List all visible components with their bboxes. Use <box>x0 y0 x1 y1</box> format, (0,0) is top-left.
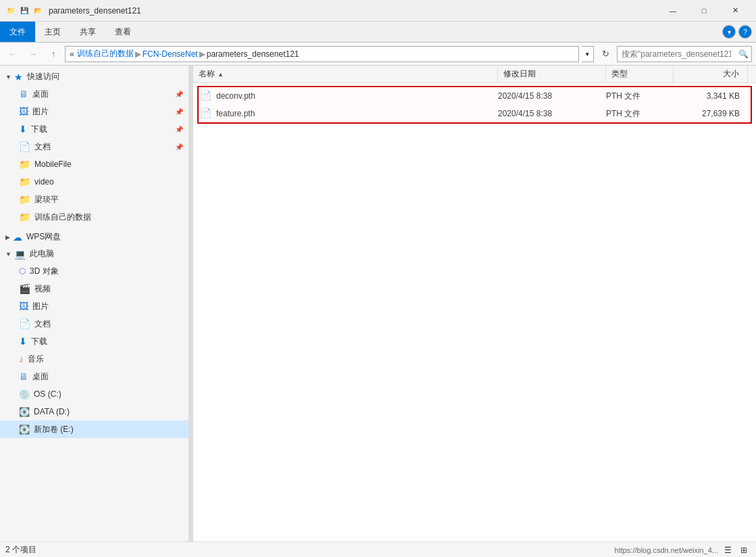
sidebar-item-download-quick[interactable]: ⬇ 下载 📌 <box>0 120 188 138</box>
sidebar: ▼ ★ 快速访问 🖥 桌面 📌 🖼 图片 📌 ⬇ 下载 📌 📄 文档 📌 📁 M… <box>0 66 189 541</box>
list-item[interactable]: 📄 deconv.pth 2020/4/15 8:38 PTH 文件 3,341… <box>193 87 756 105</box>
col-header-size[interactable]: 大小 <box>674 66 748 82</box>
music-icon: ♪ <box>19 354 24 364</box>
sidebar-item-newvol-e[interactable]: 💽 新加卷 (E:) <box>0 420 188 438</box>
video-pc-label: 视频 <box>34 283 51 295</box>
pictures-icon: 🖼 <box>19 106 28 117</box>
sidebar-item-desktop-pc[interactable]: 🖥 桌面 <box>0 368 188 385</box>
window-title: parameters_densenet121 <box>49 6 657 16</box>
sidebar-this-pc-header[interactable]: ▼ 💻 此电脑 <box>0 245 188 262</box>
video-label: video <box>34 177 54 187</box>
large-icons-view-button[interactable]: ⊞ <box>737 543 751 557</box>
pc-icon: 💻 <box>14 249 26 260</box>
file-item-type-2: PTH 文件 <box>606 108 674 120</box>
drive-d-icon: 💽 <box>19 407 30 417</box>
back-button[interactable]: ← <box>4 45 22 63</box>
forward-button[interactable]: → <box>24 45 42 63</box>
sidebar-item-os-c[interactable]: 💿 OS (C:) <box>0 385 188 403</box>
sidebar-item-music[interactable]: ♪ 音乐 <box>0 350 188 368</box>
star-icon: ★ <box>14 72 23 82</box>
sidebar-item-training-data[interactable]: 📁 训练自己的数据 <box>0 208 188 226</box>
search-button[interactable]: 🔍 <box>735 46 751 62</box>
list-item[interactable]: 📄 feature.pth 2020/4/15 8:38 PTH 文件 27,6… <box>193 105 756 122</box>
sidebar-wps-header[interactable]: ▶ ☁ WPS网盘 <box>0 228 188 245</box>
sidebar-item-liang[interactable]: 📁 梁琰平 <box>0 191 188 208</box>
drive-e-icon: 💽 <box>19 425 30 435</box>
newvol-e-label: 新加卷 (E:) <box>34 424 74 435</box>
liang-label: 梁琰平 <box>34 194 59 205</box>
video-pc-icon: 🎬 <box>19 283 30 294</box>
download-icon: ⬇ <box>19 124 27 135</box>
window-controls: — □ ✕ <box>657 0 751 22</box>
address-path[interactable]: « 训练自己的数据 ▶ FCN-DenseNet ▶ parameters_de… <box>65 46 579 62</box>
video-folder-icon: 📁 <box>19 176 30 187</box>
file-item-date-1: 2020/4/15 8:38 <box>498 91 606 101</box>
liang-folder-icon: 📁 <box>19 194 30 205</box>
pictures-pc-icon: 🖼 <box>19 301 28 312</box>
file-item-size-1: 3,341 KB <box>674 91 748 101</box>
status-bar-right: https://blog.csdn.net/weixin_4... ☰ ⊞ <box>615 543 751 557</box>
training-label: 训练自己的数据 <box>34 212 91 223</box>
collapse-arrow-quick-access: ▼ <box>5 74 11 80</box>
pictures-pc-label: 图片 <box>32 301 49 312</box>
file-item-date-2: 2020/4/15 8:38 <box>498 109 606 118</box>
status-url: https://blog.csdn.net/weixin_4... <box>615 546 718 554</box>
search-box: 🔍 <box>617 46 752 62</box>
sidebar-item-docs-quick[interactable]: 📄 文档 📌 <box>0 138 188 155</box>
file-selection-area: 📄 deconv.pth 2020/4/15 8:38 PTH 文件 3,341… <box>193 86 756 124</box>
training-folder-icon: 📁 <box>19 212 30 222</box>
close-button[interactable]: ✕ <box>720 0 751 22</box>
tab-file[interactable]: 文件 <box>0 22 35 42</box>
col-header-name[interactable]: 名称 ▲ <box>193 66 498 82</box>
minimize-button[interactable]: — <box>657 0 688 22</box>
desktop-pc-icon: 🖥 <box>19 371 28 382</box>
col-header-type[interactable]: 类型 <box>606 66 674 82</box>
refresh-button[interactable]: ↻ <box>597 45 614 63</box>
open-icon: 📂 <box>32 5 43 16</box>
sidebar-item-download-pc[interactable]: ⬇ 下载 <box>0 333 188 350</box>
file-area: 名称 ▲ 修改日期 类型 大小 📄 deconv.pth 2020/4/15 8… <box>193 66 756 541</box>
maximize-button[interactable]: □ <box>688 0 720 22</box>
sidebar-item-video-folder[interactable]: 📁 video <box>0 173 188 191</box>
3d-icon: ⬡ <box>19 266 26 276</box>
file-icon-2: 📄 <box>200 107 212 120</box>
path-part-current: parameters_densenet121 <box>207 49 299 59</box>
tab-share[interactable]: 共享 <box>70 22 105 42</box>
music-label: 音乐 <box>28 354 44 365</box>
tab-view[interactable]: 查看 <box>105 22 141 42</box>
download-pc-icon: ⬇ <box>19 336 27 347</box>
col-header-date[interactable]: 修改日期 <box>498 66 606 82</box>
path-part-2[interactable]: FCN-DenseNet <box>143 49 198 59</box>
sidebar-item-pictures-pc[interactable]: 🖼 图片 <box>0 297 188 315</box>
docs-pc-icon: 📄 <box>19 318 30 329</box>
sidebar-item-pictures-quick[interactable]: 🖼 图片 📌 <box>0 103 188 120</box>
details-view-button[interactable]: ☰ <box>721 543 734 557</box>
address-dropdown-button[interactable]: ▾ <box>582 46 594 62</box>
desktop-label: 桌面 <box>32 89 49 100</box>
sidebar-item-docs-pc[interactable]: 📄 文档 <box>0 315 188 333</box>
sidebar-item-video-pc[interactable]: 🎬 视频 <box>0 280 188 297</box>
file-list-header: 名称 ▲ 修改日期 类型 大小 <box>193 66 756 83</box>
pin-icon-4: 📌 <box>175 143 183 151</box>
folder-icon: 📁 <box>5 5 16 16</box>
collapse-ribbon-button[interactable]: ▾ <box>722 25 736 39</box>
path-breadcrumb-start: « <box>70 49 74 59</box>
up-button[interactable]: ↑ <box>45 45 62 63</box>
path-part-1[interactable]: 训练自己的数据 <box>77 48 134 59</box>
sidebar-item-mobilefile[interactable]: 📁 MobileFile <box>0 155 188 173</box>
os-c-label: OS (C:) <box>34 389 61 399</box>
file-item-type-1: PTH 文件 <box>606 91 674 102</box>
sort-arrow: ▲ <box>218 71 224 78</box>
pin-icon: 📌 <box>175 91 183 98</box>
wps-cloud-icon: ☁ <box>13 232 22 243</box>
help-button[interactable]: ? <box>738 25 752 39</box>
ribbon-tabs: 文件 主页 共享 查看 ▾ ? <box>0 22 756 42</box>
sidebar-item-3d[interactable]: ⬡ 3D 对象 <box>0 262 188 280</box>
drive-c-icon: 💿 <box>19 389 30 399</box>
sidebar-quick-access-header[interactable]: ▼ ★ 快速访问 <box>0 68 188 85</box>
download-pc-label: 下载 <box>31 336 47 347</box>
sidebar-item-data-d[interactable]: 💽 DATA (D:) <box>0 403 188 420</box>
sidebar-item-desktop-quick[interactable]: 🖥 桌面 📌 <box>0 85 188 103</box>
search-input[interactable] <box>618 49 735 59</box>
tab-home[interactable]: 主页 <box>35 22 70 42</box>
